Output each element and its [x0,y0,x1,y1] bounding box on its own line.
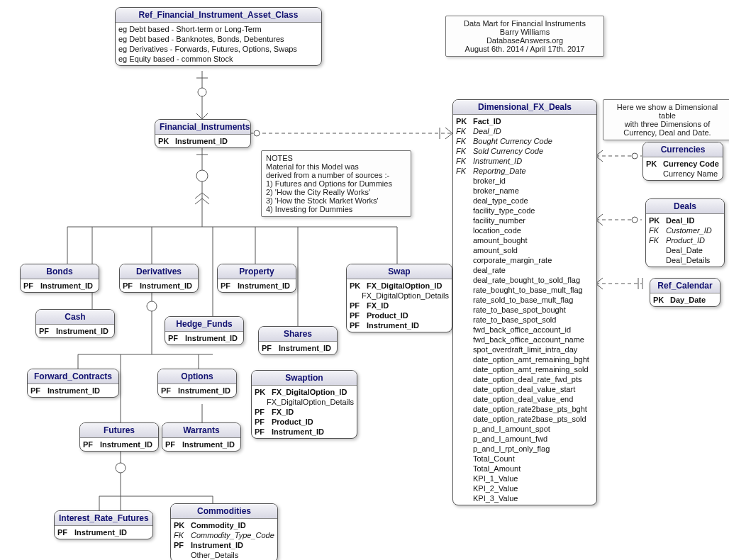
attr: fwd_back_office_account_id [473,325,571,335]
notes-line: derived from a number of sources :- [266,171,406,179]
table-row: fwd_back_office_account_name [456,335,594,345]
table-row: location_code [456,225,594,235]
table-row: Total_Amount [456,464,594,474]
key-blank [456,384,473,394]
key-fk: FK [456,136,473,146]
svg-point-30 [632,153,638,159]
attr: Instrument_ID [40,281,93,291]
attr: Commodity_ID [191,520,246,530]
attr: date_option_deal_rate_fwd_pts [473,374,582,384]
key-blank [456,295,473,305]
attr: FX_DigitalOption_ID [367,281,442,291]
entity-derivatives: Derivatives PFInstrument_ID [119,264,199,293]
entity-title: Shares [259,327,337,342]
table-row: FKBought Currency Code [456,136,594,146]
attr: deal_type_code [473,196,528,206]
entity-title: Property [218,264,296,279]
key-pk: PK [174,520,191,530]
entity-title: Financial_Instruments [155,120,250,135]
entity-hedge-funds: Hedge_Funds PFInstrument_ID [165,316,244,345]
table-row: KPI_3_Value [456,493,594,503]
attr: rate_bought_to_base_mult_flag [473,285,583,295]
key-blank [456,275,473,285]
table-row: rate_sold_to_base_mult_flag [456,295,594,305]
entity-currencies: Currencies PKCurrency Code Currency Name [642,142,723,181]
dim-note-line: with three Dimensions of [608,120,727,128]
svg-point-32 [632,217,638,223]
table-row: p_and_l_rpt_only_flag [456,444,594,454]
table-row: facility_type_code [456,206,594,215]
attr: Instrument_ID [272,427,324,437]
key-blank [456,285,473,295]
table-row: date_option_rate2base_pts_sold [456,414,594,424]
attr: eg Debt based - Short-term or Long-Term [118,24,262,34]
table-row: PKFact_ID [456,116,594,126]
attr: rate_sold_to_base_mult_flag [473,295,573,305]
attr: FX_DigitalOption_Details [267,397,354,407]
key-pf: PF [168,333,185,343]
entity-bonds: Bonds PFInstrument_ID [20,264,99,293]
attr: deal_rate [473,265,506,275]
key-pf: PF [57,527,74,537]
attr: eg Debt based - Banknotes, Bonds, Debent… [118,34,284,44]
entity-title: Ref_Calendar [650,279,720,293]
attr: Reportng_Date [473,166,526,176]
table-row: date_option_rate2base_pts_bght [456,404,594,414]
attr: rate_to_base_spot_bought [473,305,566,315]
entity-financial-instruments: Financial_Instruments PKInstrument_ID [155,119,251,148]
key-blank [456,315,473,325]
entity-warrants: Warrants PFInstrument_ID [162,422,241,452]
attr: Deal_ID [666,215,694,225]
key-pf: PF [23,281,40,291]
dimensional-note: Here we show a Dimensional table with th… [603,99,729,140]
table-row: deal_rate_bought_to_sold_flag [456,275,594,285]
entity-shares: Shares PFInstrument_ID [258,326,338,355]
attr: date_option_rate2base_pts_sold [473,414,586,424]
attr: p_and_l_amount_fwd [473,434,547,444]
key-blank [456,474,473,483]
entity-options: Options PFInstrument_ID [157,369,237,398]
attr: Instrument_ID [182,439,235,449]
attr: deal_rate_bought_to_sold_flag [473,275,580,285]
attr: FX_ID [367,301,389,310]
svg-point-27 [254,130,260,136]
header-note-line: August 6th. 2014 / April 17th. 2017 [450,45,599,53]
attr: date_option_rate2base_pts_bght [473,404,587,414]
key-pk: PK [646,159,663,169]
key-fk: FK [649,225,666,235]
table-row: FKSold Currency Code [456,146,594,156]
table-row: date_option_deal_value_start [456,384,594,394]
key-blank [456,196,473,206]
key-pf: PF [255,407,272,417]
attr: eg Equity based - common Stock [118,54,233,64]
entity-title: Warrants [162,423,240,438]
entity-deals: Deals PKDeal_ID FKCustomer_ID FKProduct_… [645,198,725,267]
entity-title: Swap [347,264,452,279]
key-pf: PF [350,310,367,320]
attr: Product_ID [367,310,408,320]
key-pf: PF [255,427,272,437]
notes-line: 3) 'How the Stock Market Works' [266,196,406,205]
notes-line: 4) Investing for Dummies [266,205,406,213]
entity-title: Bonds [21,264,99,279]
attr: Instrument_ID [473,156,522,166]
attr: Sold Currency Code [473,146,543,156]
attr: KPI_1_Value [473,474,518,483]
attr: Bought Currency Code [473,136,552,146]
table-row: deal_rate [456,265,594,275]
attr: Total_Amount [473,464,521,474]
table-row: p_and_l_amount_fwd [456,434,594,444]
attr: date_option_amt_remaining_bght [473,354,589,364]
key-blank [456,325,473,335]
key-fk: FK [174,530,191,540]
attr: Instrument_ID [175,136,228,146]
entity-forward-contracts: Forward_Contracts PFInstrument_ID [27,369,119,398]
svg-point-15 [147,301,157,311]
attr: KPI_2_Value [473,483,518,493]
entity-ref-calendar: Ref_Calendar PKDay_Date [650,278,720,307]
attr: Day_Date [670,295,706,305]
key-blank [456,176,473,186]
attr: date_option_deal_value_start [473,384,575,394]
entity-title: Ref_Financial_Instrument_Asset_Class [116,8,321,23]
entity-title: Deals [646,199,724,214]
